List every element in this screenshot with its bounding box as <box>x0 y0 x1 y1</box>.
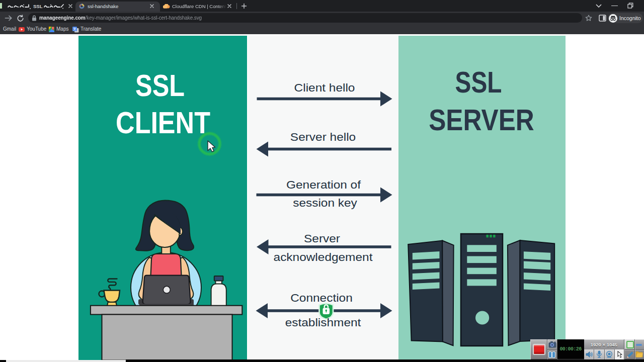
svg-text:SSL: SSL <box>33 4 43 9</box>
